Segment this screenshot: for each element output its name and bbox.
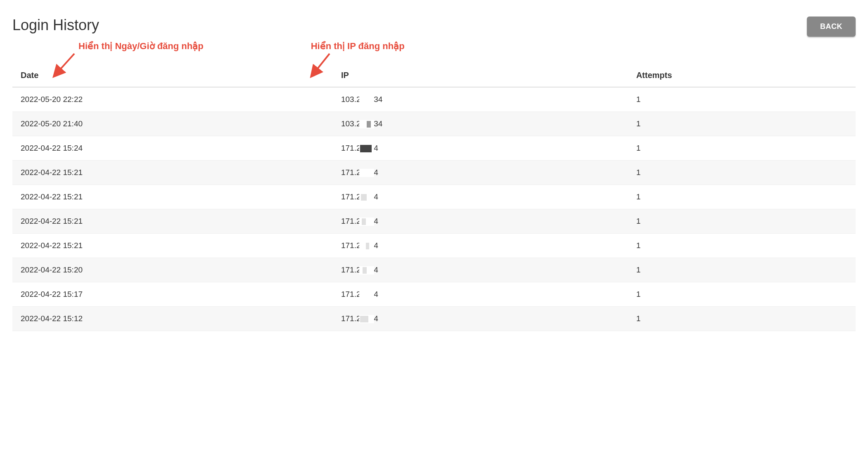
cell-ip: 171.2 71.4 <box>333 258 628 282</box>
cell-date: 2022-05-20 21:40 <box>12 112 333 136</box>
table-row: 2022-04-22 15:21 171.2 71.4 1 <box>12 161 856 185</box>
cell-attempts: 1 <box>628 209 856 234</box>
table-row: 2022-05-20 22:22 103.2 20.34 1 <box>12 87 856 112</box>
cell-date: 2022-04-22 15:24 <box>12 136 333 161</box>
annotation-date-text: Hiển thị Ngày/Giờ đăng nhập <box>78 41 204 51</box>
cell-date: 2022-04-22 15:21 <box>12 209 333 234</box>
cell-ip: 171.2 71.4 <box>333 209 628 234</box>
table-row: 2022-04-22 15:20 171.2 71.4 1 <box>12 258 856 282</box>
annotation-ip-text: Hiển thị IP đăng nhập <box>311 41 405 51</box>
table-row: 2022-04-22 15:21 171.2 71.4 1 <box>12 185 856 209</box>
table-row: 2022-04-22 15:21 171.2 71.4 1 <box>12 234 856 258</box>
cell-attempts: 1 <box>628 185 856 209</box>
cell-date: 2022-04-22 15:21 <box>12 185 333 209</box>
cell-attempts: 1 <box>628 234 856 258</box>
annotation-ip: Hiển thị IP đăng nhập <box>311 41 405 52</box>
cell-ip: 171.2 71.4 <box>333 136 628 161</box>
cell-attempts: 1 <box>628 112 856 136</box>
cell-date: 2022-05-20 22:22 <box>12 87 333 112</box>
cell-ip: 171.2 71.4 <box>333 234 628 258</box>
column-header-attempts: Attempts <box>628 64 856 87</box>
column-header-ip: IP <box>333 64 628 87</box>
cell-ip: 171.2 71.4 <box>333 185 628 209</box>
table-row: 2022-05-20 21:40 103.2 20.34 1 <box>12 112 856 136</box>
table-row: 2022-04-22 15:17 171.2 71.4 1 <box>12 282 856 307</box>
login-history-table: Date IP Attempts 2022-05-20 22:22 103.2 … <box>12 64 856 331</box>
page-title: Login History <box>12 17 99 34</box>
cell-ip: 103.2 20.34 <box>333 87 628 112</box>
cell-date: 2022-04-22 15:20 <box>12 258 333 282</box>
cell-ip: 103.2 20.34 <box>333 112 628 136</box>
cell-attempts: 1 <box>628 161 856 185</box>
cell-date: 2022-04-22 15:21 <box>12 234 333 258</box>
cell-ip: 171.2 71.4 <box>333 161 628 185</box>
annotation-date: Hiển thị Ngày/Giờ đăng nhập <box>78 41 204 52</box>
cell-date: 2022-04-22 15:21 <box>12 161 333 185</box>
back-button[interactable]: BACK <box>807 17 856 37</box>
table-row: 2022-04-22 15:24 171.2 71.4 1 <box>12 136 856 161</box>
cell-ip: 171.2 71.4 <box>333 282 628 307</box>
cell-date: 2022-04-22 15:17 <box>12 282 333 307</box>
cell-attempts: 1 <box>628 136 856 161</box>
cell-date: 2022-04-22 15:12 <box>12 307 333 331</box>
cell-attempts: 1 <box>628 282 856 307</box>
cell-attempts: 1 <box>628 258 856 282</box>
cell-ip: 171.2 71.4 <box>333 307 628 331</box>
column-header-date: Date <box>12 64 333 87</box>
table-row: 2022-04-22 15:21 171.2 71.4 1 <box>12 209 856 234</box>
cell-attempts: 1 <box>628 307 856 331</box>
table-row: 2022-04-22 15:12 171.2 71.4 1 <box>12 307 856 331</box>
cell-attempts: 1 <box>628 87 856 112</box>
